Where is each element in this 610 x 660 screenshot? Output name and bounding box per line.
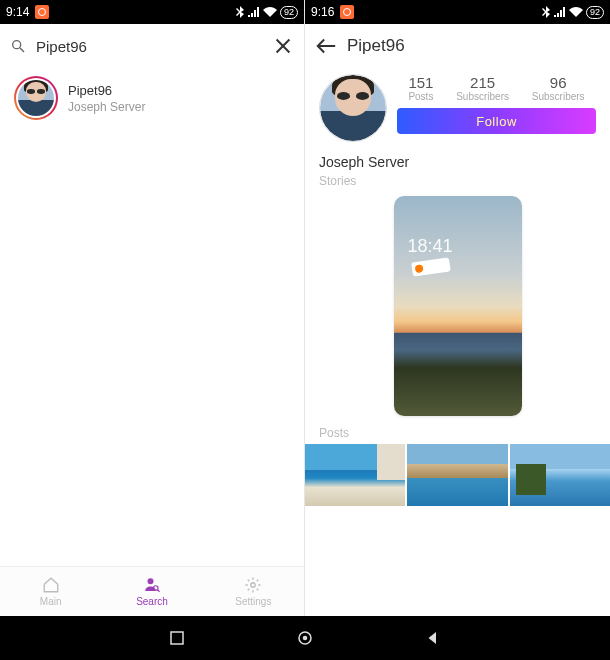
search-icon bbox=[10, 38, 26, 54]
nav-settings[interactable]: Settings bbox=[203, 567, 304, 616]
stat-subscribers-label: Subscribers bbox=[456, 91, 509, 102]
follow-button[interactable]: Follow bbox=[397, 108, 596, 134]
stories-heading: Stories bbox=[305, 170, 610, 192]
post-thumbnail[interactable] bbox=[305, 444, 405, 506]
result-username: Pipet96 bbox=[68, 83, 145, 98]
profile-avatar[interactable] bbox=[319, 74, 387, 142]
svg-point-4 bbox=[147, 578, 153, 584]
battery-icon: 92 bbox=[280, 6, 298, 19]
status-bar-left: 9:14 92 bbox=[0, 0, 304, 24]
home-system-icon[interactable] bbox=[296, 629, 314, 647]
bluetooth-icon bbox=[541, 6, 551, 18]
profile-info-row: 151 Posts 215 Subscribers 96 Subscribers… bbox=[305, 68, 610, 148]
stat-subscribers-count: 215 bbox=[456, 74, 509, 91]
status-time: 9:16 bbox=[311, 5, 334, 19]
result-fullname: Joseph Server bbox=[68, 100, 145, 114]
nav-settings-label: Settings bbox=[235, 596, 271, 607]
search-input[interactable] bbox=[36, 38, 262, 55]
story-thumbnail[interactable]: 18:41 bbox=[394, 196, 522, 416]
bottom-nav: Main Search Settings bbox=[0, 566, 304, 616]
search-result-row[interactable]: Pipet96 Joseph Server bbox=[0, 68, 304, 128]
search-result-text: Pipet96 Joseph Server bbox=[68, 83, 145, 114]
status-app-icon bbox=[340, 5, 354, 19]
avatar bbox=[18, 80, 54, 116]
profile-stats: 151 Posts 215 Subscribers 96 Subscribers bbox=[397, 74, 596, 102]
wifi-icon bbox=[263, 7, 277, 17]
nav-search[interactable]: Search bbox=[101, 567, 202, 616]
stat-posts[interactable]: 151 Posts bbox=[408, 74, 433, 102]
nav-main[interactable]: Main bbox=[0, 567, 101, 616]
battery-icon: 92 bbox=[586, 6, 604, 19]
post-thumbnail[interactable] bbox=[510, 444, 610, 506]
status-bar-right: 9:16 92 bbox=[305, 0, 610, 24]
signal-icon bbox=[554, 7, 566, 17]
posts-grid bbox=[305, 444, 610, 506]
svg-rect-9 bbox=[171, 632, 183, 644]
posts-heading: Posts bbox=[305, 424, 610, 444]
status-time: 9:14 bbox=[6, 5, 29, 19]
status-app-icon bbox=[35, 5, 49, 19]
back-system-icon[interactable] bbox=[424, 629, 442, 647]
gear-icon bbox=[244, 576, 262, 594]
post-thumbnail[interactable] bbox=[407, 444, 507, 506]
close-icon[interactable] bbox=[272, 35, 294, 57]
stat-subscriptions[interactable]: 96 Subscribers bbox=[532, 74, 585, 102]
home-icon bbox=[42, 576, 60, 594]
stat-subscribers[interactable]: 215 Subscribers bbox=[456, 74, 509, 102]
profile-title: Pipet96 bbox=[347, 36, 405, 56]
wifi-icon bbox=[569, 7, 583, 17]
avatar-story-ring bbox=[14, 76, 58, 120]
profile-display-name: Joseph Server bbox=[305, 148, 610, 170]
search-screen: 9:14 92 Pi bbox=[0, 0, 305, 616]
story-timestamp: 18:41 bbox=[408, 236, 453, 257]
profile-screen: 9:16 92 Pipet96 151 Posts bbox=[305, 0, 610, 616]
android-nav-bar bbox=[0, 616, 610, 660]
svg-point-7 bbox=[251, 583, 256, 588]
nav-search-label: Search bbox=[136, 596, 168, 607]
svg-line-1 bbox=[20, 48, 24, 52]
svg-line-6 bbox=[157, 590, 159, 592]
signal-icon bbox=[248, 7, 260, 17]
svg-point-11 bbox=[303, 636, 308, 641]
back-icon[interactable] bbox=[315, 35, 337, 57]
stat-subscriptions-label: Subscribers bbox=[532, 91, 585, 102]
svg-point-0 bbox=[13, 41, 21, 49]
profile-header: Pipet96 bbox=[305, 24, 610, 68]
stat-subscriptions-count: 96 bbox=[532, 74, 585, 91]
bluetooth-icon bbox=[235, 6, 245, 18]
search-bar bbox=[0, 24, 304, 68]
stat-posts-label: Posts bbox=[408, 91, 433, 102]
person-search-icon bbox=[143, 576, 161, 594]
stat-posts-count: 151 bbox=[408, 74, 433, 91]
nav-main-label: Main bbox=[40, 596, 62, 607]
recents-icon[interactable] bbox=[168, 629, 186, 647]
